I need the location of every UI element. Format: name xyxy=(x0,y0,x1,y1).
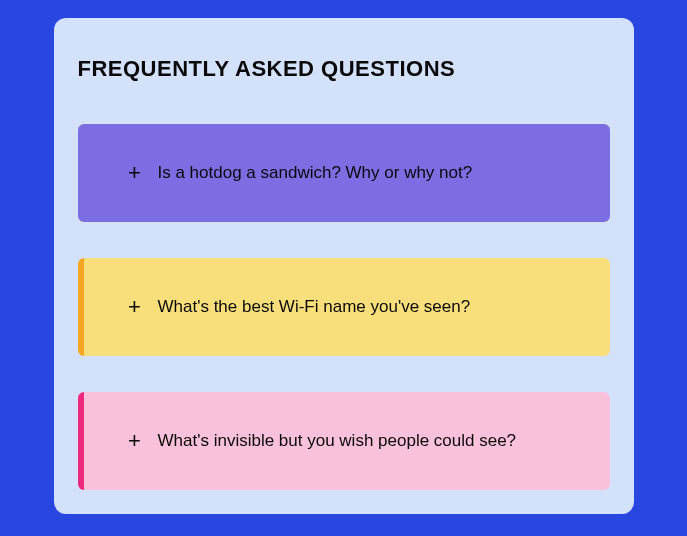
plus-icon: + xyxy=(126,296,144,318)
faq-title: FREQUENTLY ASKED QUESTIONS xyxy=(78,56,610,82)
faq-item-invisible[interactable]: + What's invisible but you wish people c… xyxy=(78,392,610,490)
plus-icon: + xyxy=(126,430,144,452)
faq-question: Is a hotdog a sandwich? Why or why not? xyxy=(158,163,473,183)
faq-question: What's the best Wi-Fi name you've seen? xyxy=(158,297,471,317)
faq-question: What's invisible but you wish people cou… xyxy=(158,431,517,451)
faq-container: FREQUENTLY ASKED QUESTIONS + Is a hotdog… xyxy=(54,18,634,514)
faq-item-wifi[interactable]: + What's the best Wi-Fi name you've seen… xyxy=(78,258,610,356)
faq-item-hotdog[interactable]: + Is a hotdog a sandwich? Why or why not… xyxy=(78,124,610,222)
plus-icon: + xyxy=(126,162,144,184)
